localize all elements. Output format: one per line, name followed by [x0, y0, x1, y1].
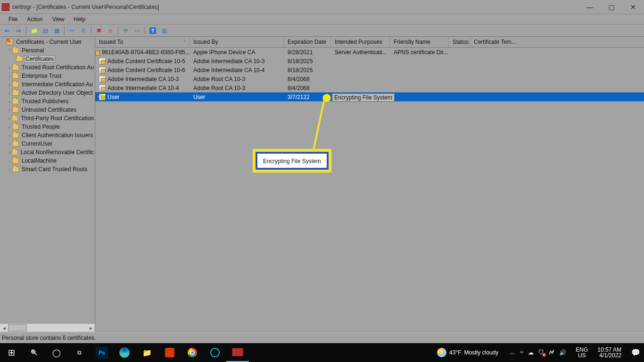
menu-file[interactable]: File	[4, 15, 22, 24]
chrome-icon	[188, 348, 197, 357]
cortana-button[interactable]	[45, 343, 68, 362]
taskbar-app-office[interactable]	[158, 343, 181, 362]
copy-button[interactable]	[78, 25, 89, 36]
scroll-thumb[interactable]	[8, 324, 27, 331]
taskbar-app-certmgr[interactable]	[226, 343, 249, 362]
cell-expiration: 8/18/2025	[284, 58, 331, 65]
col-issued-to[interactable]: Issued To	[95, 37, 190, 47]
tree-item[interactable]: ›Active Directory User Object	[0, 89, 95, 97]
cut-button[interactable]	[67, 25, 77, 36]
taskbar-app-photoshop[interactable]: Ps	[91, 343, 113, 362]
tray-chevron-up-icon[interactable]: ︿	[510, 349, 515, 357]
export-button[interactable]	[132, 25, 142, 36]
nav-back-button[interactable]	[2, 25, 12, 36]
tree-item[interactable]: ›Third-Party Root Certification	[0, 114, 95, 123]
expand-icon[interactable]: ›	[7, 82, 12, 87]
certificate-icon	[99, 49, 100, 56]
expand-icon[interactable]: ›	[7, 74, 12, 79]
security-icon[interactable]: ⛉✕	[538, 349, 544, 356]
tree-item[interactable]: ›Smart Card Trusted Roots	[0, 165, 95, 173]
taskview-button[interactable]	[68, 343, 91, 362]
tree-item[interactable]: ›Untrusted Certificates	[0, 106, 95, 114]
minimize-button[interactable]: —	[579, 0, 601, 14]
delete-button[interactable]	[94, 25, 104, 36]
tree-item[interactable]: ›Trusted Root Certification Au	[0, 63, 95, 72]
certmgr-icon	[232, 348, 243, 356]
language-indicator[interactable]: ENG US	[573, 347, 591, 358]
expand-icon[interactable]: ›	[7, 99, 12, 104]
tree-item[interactable]: ›Intermediate Certification Au	[0, 80, 95, 89]
col-expiration[interactable]: Expiration Date	[284, 37, 331, 47]
expand-icon[interactable]: ›	[7, 124, 12, 130]
view-button[interactable]	[159, 25, 169, 36]
col-friendly[interactable]: Friendly Name	[390, 37, 449, 47]
col-template[interactable]: Certificate Tem...	[470, 37, 517, 47]
menu-action[interactable]: Action	[22, 15, 47, 24]
menu-help[interactable]: Help	[69, 15, 91, 24]
tree-item[interactable]: ›CurrentUser	[0, 140, 95, 148]
taskbar-app-alexa[interactable]	[204, 343, 226, 362]
close-button[interactable]: ✕	[622, 0, 644, 14]
search-button[interactable]	[23, 343, 45, 362]
tree-item[interactable]: ›Enterprise Trust	[0, 72, 95, 80]
tree-item[interactable]: ›Trusted People	[0, 123, 95, 131]
tree-item[interactable]: ›Client Authentication Issuers	[0, 131, 95, 140]
col-purposes[interactable]: Intended Purposes	[331, 37, 390, 47]
tree-item[interactable]: ›Local NonRemovable Certific	[0, 148, 95, 156]
collapse-icon[interactable]: ˅	[7, 48, 12, 53]
expand-icon[interactable]: ›	[7, 65, 12, 70]
tree-item-personal[interactable]: ˅ Personal	[0, 46, 95, 55]
cell-issued-by: Adobe Root CA 10-3	[190, 85, 284, 91]
show-tree-button[interactable]	[40, 25, 50, 36]
table-row[interactable]: Adobe Intermediate CA 10-4Adobe Root CA …	[95, 83, 644, 92]
table-row[interactable]: Adobe Content Certificate 10-5Adobe Inte…	[95, 57, 644, 66]
refresh-button[interactable]	[121, 25, 131, 36]
expand-icon[interactable]: ›	[7, 90, 12, 96]
maximize-button[interactable]: ▢	[601, 0, 622, 14]
taskbar-app-explorer[interactable]	[136, 343, 158, 362]
volume-icon[interactable]: 🔊	[559, 349, 566, 356]
onedrive-icon[interactable]: ☁	[528, 349, 534, 356]
expand-icon[interactable]: ›	[7, 116, 12, 121]
expand-icon[interactable]: ›	[7, 141, 12, 147]
table-row[interactable]: Adobe Content Certificate 10-6Adobe Inte…	[95, 66, 644, 74]
expand-icon[interactable]: ›	[7, 107, 12, 113]
up-button[interactable]	[29, 25, 39, 36]
expand-icon[interactable]: ›	[7, 158, 12, 164]
expand-icon[interactable]: ›	[7, 150, 12, 155]
view-icon	[162, 27, 167, 34]
nav-forward-button[interactable]	[13, 25, 24, 36]
certificate-icon	[99, 94, 106, 100]
scroll-left-button[interactable]: ◂	[0, 324, 8, 332]
weather-widget[interactable]: 43°F Mostly cloudy	[432, 348, 503, 357]
col-status[interactable]: Status	[449, 37, 470, 47]
folder-icon	[12, 149, 18, 155]
tree-root[interactable]: Certificates - Current User	[0, 38, 95, 46]
tree-label: Enterprise Trust	[21, 73, 63, 79]
action-center-button[interactable]: 💬	[628, 348, 643, 357]
tree-label: Local NonRemovable Certific	[20, 149, 95, 156]
start-button[interactable]	[0, 343, 23, 362]
help-button[interactable]	[148, 25, 158, 36]
tree-label: Personal	[21, 47, 45, 54]
menu-view[interactable]: View	[48, 15, 69, 24]
system-tray[interactable]: ︿ ⌔ ☁ ⛉✕ 🗲 🔊	[506, 349, 570, 357]
tree-item[interactable]: ›LocalMachine	[0, 156, 95, 165]
table-row[interactable]: 961E40AB-8704-4BE2-8360-F85...Apple iPho…	[95, 48, 644, 57]
col-issued-by[interactable]: Issued By	[190, 37, 284, 47]
battery-icon[interactable]: 🗲	[549, 349, 554, 356]
tree-item-certificates[interactable]: Certificates	[0, 55, 95, 63]
wifi-icon[interactable]: ⌔	[520, 349, 523, 356]
table-row[interactable]: Adobe Intermediate CA 10-3Adobe Root CA …	[95, 74, 644, 83]
scroll-right-button[interactable]: ▸	[87, 324, 95, 332]
folder-icon	[12, 90, 19, 96]
expand-icon[interactable]: ›	[7, 133, 12, 138]
taskbar-app-edge[interactable]	[113, 343, 136, 362]
expand-icon[interactable]: ›	[7, 167, 12, 172]
clock[interactable]: 10:57 AM 4/1/2022	[594, 347, 625, 358]
properties-button[interactable]	[51, 25, 62, 36]
tree-horizontal-scrollbar[interactable]: ◂ ▸	[0, 324, 95, 332]
taskbar-app-chrome[interactable]	[181, 343, 204, 362]
list-button[interactable]	[105, 25, 116, 36]
tree-item[interactable]: ›Trusted Publishers	[0, 97, 95, 106]
